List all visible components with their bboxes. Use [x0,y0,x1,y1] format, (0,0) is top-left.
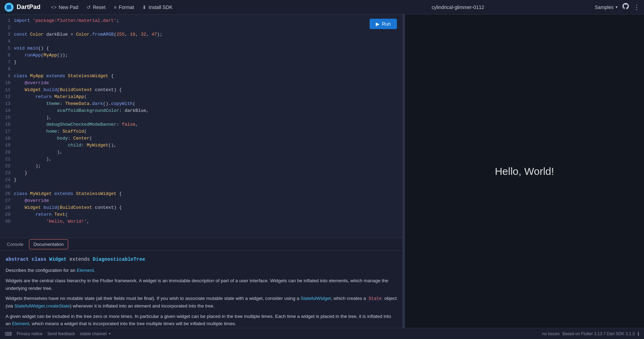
bottom-panel: Console Documentation abstract class Wid… [0,238,402,328]
tab-documentation[interactable]: Documentation [29,239,68,249]
privacy-notice-link[interactable]: Privacy notice [17,331,43,336]
doc-para4: A given widget can be included in the tr… [6,313,397,328]
code-line: @override [14,197,361,204]
code-line [14,38,361,45]
doc-para3: Widgets themselves have no mutable state… [6,295,397,310]
code-line: ), [14,149,361,156]
code-line: import 'package:flutter/material.dart'; [14,17,361,24]
install-sdk-button[interactable]: ⬇ Install SDK [139,2,176,12]
status-left: ⌨ Privacy notice Send feedback stable ch… [5,331,537,337]
code-line: ), [14,114,361,121]
left-panel: ▶ Run 1234567891011121314151617181920212… [0,15,402,328]
stateful-widget-link[interactable]: StatefulWidget [300,296,331,301]
main-area: ▶ Run 1234567891011121314151617181920212… [0,15,644,328]
tab-console[interactable]: Console [3,240,28,249]
code-line: body: Center( [14,135,361,142]
format-button[interactable]: ≡ Format [110,2,138,12]
bottom-tabs: Console Documentation [0,238,402,251]
code-line: 'Hello, World!', [14,218,361,225]
svg-marker-1 [7,5,11,10]
code-line: child: MyWidget(), [14,142,361,149]
code-lines: import 'package:flutter/material.dart'; … [14,17,402,235]
code-line: ); [14,163,361,170]
new-pad-label: New Pad [58,5,78,10]
reset-icon: ↺ [87,5,91,10]
code-line: theme: ThemeData.dark().copyWith( [14,100,361,107]
preview-hello-world: Hello, World! [495,166,554,177]
doc-para2: Widgets are the central class hierarchy … [6,277,397,292]
pad-name: cylindrical-glimmer-0112 [321,5,595,10]
format-label: Format [119,5,134,10]
create-state-link[interactable]: StatefulWidget.createState [15,303,70,309]
code-line [14,184,361,190]
install-sdk-label: Install SDK [148,5,172,10]
code-editor[interactable]: 1234567891011121314151617181920212223242… [0,15,402,238]
new-pad-button[interactable]: <> New Pad [47,2,82,12]
code-line: class MyApp extends StatelessWidget { [14,73,361,80]
dartpad-logo-icon [4,2,14,12]
header-nav: <> New Pad ↺ Reset ≡ Format ⬇ Install SD… [47,2,321,12]
new-pad-icon: <> [51,5,56,10]
documentation-content: abstract class Widget extends Diagnostic… [0,251,402,328]
element-link-1[interactable]: Element [77,268,94,273]
element-link-2[interactable]: Element [12,321,29,326]
send-feedback-link[interactable]: Send feedback [47,331,75,336]
code-line: const Color darkBlue = Color.fromARGB(25… [14,31,361,38]
code-line [14,66,361,73]
install-icon: ⬇ [142,5,146,10]
svg-marker-4 [109,333,111,334]
run-button[interactable]: ▶ Run [370,19,397,29]
code-line: return Text( [14,211,361,218]
run-icon: ▶ [376,21,380,27]
code-line: ), [14,156,361,163]
code-line: Widget build(BuildContext context) { [14,87,361,93]
reset-label: Reset [93,5,106,10]
code-line: runApp(MyApp()); [14,52,361,59]
code-line: Widget build(BuildContext context) { [14,204,361,211]
more-options-icon[interactable]: ⋮ [634,3,640,11]
code-line: @override [14,80,361,87]
preview-panel: Hello, World! [405,15,644,328]
header: DartPad <> New Pad ↺ Reset ≡ Format ⬇ In… [0,0,644,15]
format-icon: ≡ [114,5,117,10]
run-label: Run [382,21,391,27]
code-line: scaffoldBackgroundColor: darkBlue, [14,107,361,114]
channel-selector[interactable]: stable channel [80,331,111,336]
line-numbers: 1234567891011121314151617181920212223242… [0,17,14,235]
code-line: } [14,170,361,177]
editor-area[interactable]: ▶ Run 1234567891011121314151617181920212… [0,15,402,238]
code-line [14,24,361,31]
code-line: } [14,177,361,184]
code-line: debugShowCheckedModeBanner: false, [14,121,361,128]
github-icon[interactable] [622,2,629,12]
doc-title: abstract class Widget extends Diagnostic… [6,256,397,263]
code-line: void main() { [14,45,361,52]
flutter-info-text: Based on Flutter 3.13.7 Dart SDK 3.1.3 [562,331,635,336]
samples-label: Samples [595,5,614,10]
code-line: return MaterialApp( [14,93,361,100]
info-icon[interactable]: ℹ [637,331,639,337]
reset-button[interactable]: ↺ Reset [83,2,109,12]
status-right: no issues Based on Flutter 3.13.7 Dart S… [542,331,639,337]
code-line: home: Scaffold( [14,128,361,135]
status-bar: ⌨ Privacy notice Send feedback stable ch… [0,328,644,339]
doc-para1: Describes the configuration for an Eleme… [6,267,397,274]
logo-area: DartPad [4,2,40,12]
keyboard-icon[interactable]: ⌨ [5,331,12,337]
logo-text: DartPad [17,3,40,11]
samples-button[interactable]: Samples ▾ [595,5,618,10]
code-line: } [14,59,361,66]
issues-text: no issues [542,331,560,336]
code-line: class MyWidget extends StatelessWidget { [14,190,361,197]
chevron-down-icon: ▾ [616,5,618,9]
channel-label: stable channel [80,331,107,336]
header-right: Samples ▾ ⋮ [595,2,640,12]
